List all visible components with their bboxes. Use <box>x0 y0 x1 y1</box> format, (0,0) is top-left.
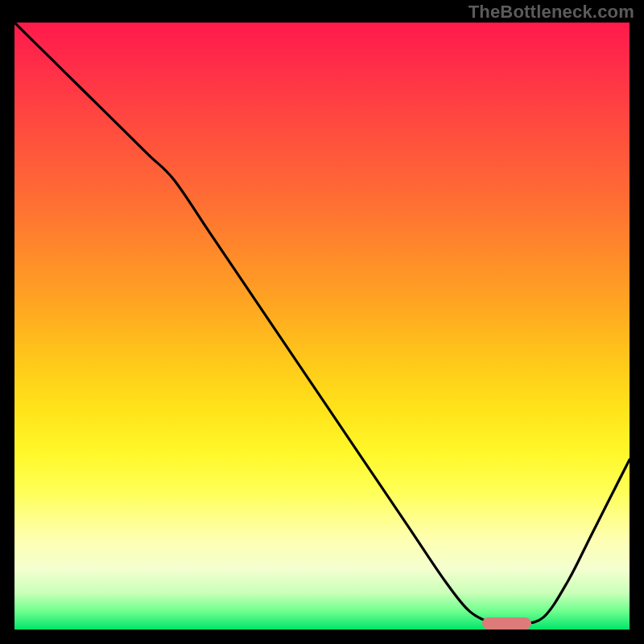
bottleneck-curve <box>14 23 630 625</box>
chart-frame: TheBottleneck.com <box>0 0 644 644</box>
plot-area <box>14 23 630 630</box>
optimal-range-marker <box>482 617 531 630</box>
watermark-text: TheBottleneck.com <box>469 2 634 23</box>
curve-svg <box>14 23 630 630</box>
